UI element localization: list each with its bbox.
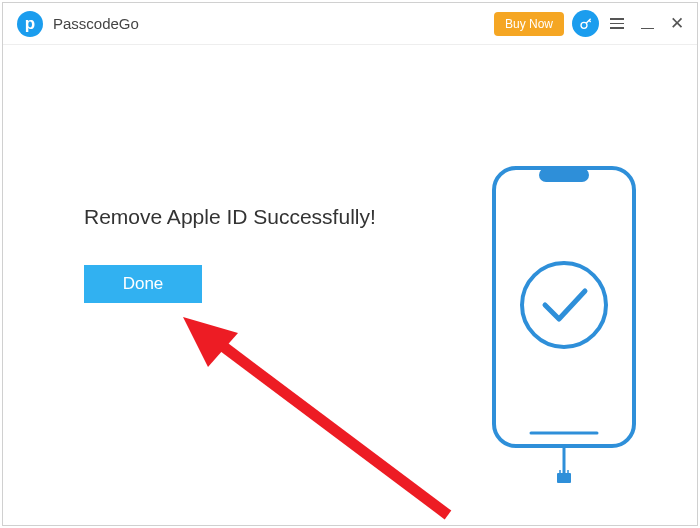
- app-logo-icon: p: [17, 11, 43, 37]
- minimize-button[interactable]: [637, 14, 657, 34]
- phone-success-illustration: [491, 165, 637, 485]
- content-area: Remove Apple ID Successfully! Done: [3, 45, 697, 525]
- titlebar: p PasscodeGo Buy Now ✕: [3, 3, 697, 45]
- svg-point-6: [522, 263, 606, 347]
- minimize-icon: [641, 28, 654, 30]
- svg-rect-4: [539, 168, 589, 182]
- pointer-arrow: [158, 305, 468, 528]
- svg-line-2: [589, 20, 591, 22]
- done-button[interactable]: Done: [84, 265, 202, 303]
- menu-button[interactable]: [607, 13, 627, 34]
- logo-letter: p: [25, 14, 35, 34]
- hamburger-icon: [610, 18, 624, 20]
- buy-now-button[interactable]: Buy Now: [494, 12, 564, 36]
- svg-point-0: [581, 22, 587, 28]
- app-window: p PasscodeGo Buy Now ✕ Remove Apple ID S…: [2, 2, 698, 526]
- close-icon: ✕: [670, 13, 684, 34]
- svg-marker-12: [183, 317, 238, 367]
- status-message: Remove Apple ID Successfully!: [84, 205, 376, 229]
- svg-rect-8: [557, 473, 571, 483]
- register-key-button[interactable]: [572, 10, 599, 37]
- svg-rect-3: [494, 168, 634, 446]
- close-button[interactable]: ✕: [667, 14, 687, 34]
- app-title: PasscodeGo: [53, 15, 139, 32]
- key-icon: [578, 16, 594, 32]
